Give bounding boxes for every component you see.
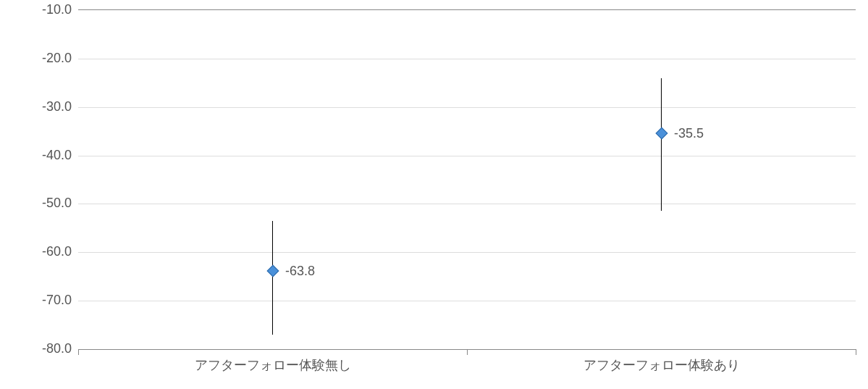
gridline [78,252,856,253]
data-marker [266,264,279,277]
x-tick-mark [78,349,79,355]
gridline [78,107,856,108]
gridline [78,204,856,204]
gridline [78,59,856,59]
x-tick-label: アフターフォロー体験無し [195,356,351,374]
y-tick-label: -50.0 [14,196,72,211]
y-tick-label: -10.0 [14,2,72,17]
error-bar [661,78,662,212]
gridline [78,301,856,301]
y-tick-label: -70.0 [14,293,72,308]
y-tick-label: -40.0 [14,147,72,162]
y-tick-label: -30.0 [14,99,72,114]
x-tick-label: アフターフォロー体験あり [583,356,740,374]
y-tick-label: -20.0 [14,50,72,65]
x-tick-mark [467,349,468,355]
y-tick-label: -80.0 [14,341,72,356]
y-tick-label: -60.0 [14,244,72,259]
error-bar [272,221,273,335]
chart-container: -63.8 -35.5 -10.0 -20.0 -30.0 -40.0 -50.… [0,0,868,389]
data-label: -35.5 [674,126,704,141]
data-label: -63.8 [285,263,315,278]
plot-area: -63.8 -35.5 [78,9,856,348]
gridline [78,156,856,156]
data-marker [655,127,667,140]
x-tick-mark [856,349,856,355]
